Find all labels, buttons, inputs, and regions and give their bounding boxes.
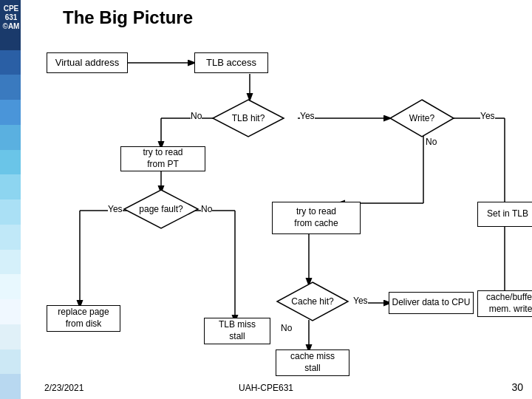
footer-course: UAH-CPE631 <box>239 383 293 393</box>
replace-page-box: replace page from disk <box>47 305 120 332</box>
flowchart: Virtual address TLB access TLB hit? try … <box>21 41 532 388</box>
tlb-hit-diamond: TLB hit? <box>211 98 285 138</box>
no-label-write: No <box>426 137 437 147</box>
try-read-cache-box: try to read from cache <box>272 202 361 234</box>
write-diamond: Write? <box>389 98 455 138</box>
cache-hit-diamond: Cache hit? <box>276 281 349 322</box>
no-label-page-fault: No <box>201 204 212 214</box>
yes-label-cache-hit: Yes <box>353 296 368 306</box>
color-bar <box>0 0 21 399</box>
tlb-miss-stall-box: TLB miss stall <box>204 318 270 344</box>
virtual-address-box: Virtual address <box>47 52 128 73</box>
logo: CPE 631 ©AM <box>1 3 21 33</box>
yes-label-tlb-hit: Yes <box>300 111 315 121</box>
cache-miss-stall-box: cache miss stall <box>276 349 349 376</box>
try-read-pt-box: try to read from PT <box>120 146 205 171</box>
yes-label-page-fault: Yes <box>108 204 123 214</box>
set-in-tlb-box: Set in TLB <box>477 202 532 227</box>
deliver-cpu-box: Deliver data to CPU <box>389 292 474 314</box>
footer-date: 2/23/2021 <box>44 383 83 393</box>
cache-buffer-box: cache/buffer mem. write <box>477 290 532 317</box>
no-label-tlb-hit: No <box>191 111 202 121</box>
yes-label-write: Yes <box>480 111 495 121</box>
tlb-access-box: TLB access <box>194 52 268 73</box>
page-title: The Big Picture <box>63 7 193 28</box>
page-fault-diamond: page fault? <box>123 188 200 230</box>
no-label-cache-hit: No <box>281 323 292 333</box>
footer-page: 30 <box>511 381 523 393</box>
